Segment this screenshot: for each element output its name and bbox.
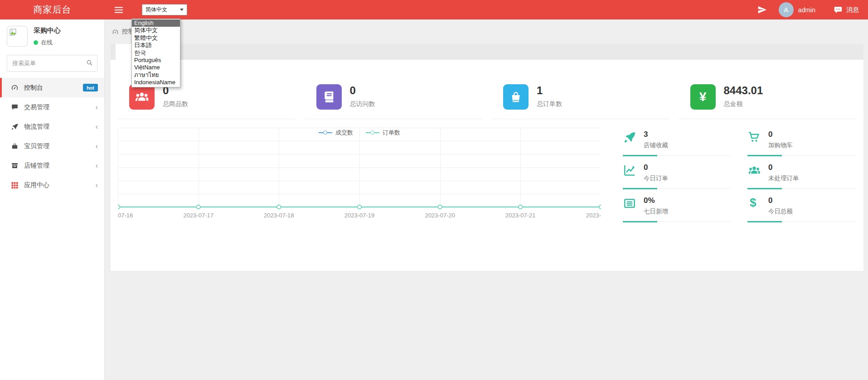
list-icon [623,197,639,210]
quick-stat-value: 0 [768,163,799,172]
chevron-left-icon: ‹ [96,162,98,169]
sidebar-menu: 控制台 hot 交易管理 ‹ 物流管理 ‹ 宝贝管理 ‹ [0,78,104,195]
sidebar-item-dashboard[interactable]: 控制台 hot [0,78,104,97]
language-option[interactable]: Português [132,57,180,64]
quick-stat-cart: 0 加购物车 [747,130,855,156]
stat-value: 1 [537,85,562,96]
chat-icon[interactable] [834,5,843,14]
quick-stat-value: 0% [644,196,668,205]
quick-stat-label: 加购物车 [768,141,793,149]
sidebar-item-label: 控制台 [24,84,43,92]
menu-toggle-icon[interactable] [115,7,124,13]
language-selected-value: 简体中文 [145,6,167,14]
sidebar-item-trade[interactable]: 交易管理 ‹ [0,97,104,117]
caret-down-icon [180,9,184,11]
yen-icon: ¥ [690,84,716,110]
search-input[interactable] [7,55,97,72]
stat-label: 总订单数 [537,100,562,108]
sidebar-item-label: 宝贝管理 [24,142,49,150]
stat-card-total-amount: ¥ 8443.01 总金额 [679,84,857,119]
dollar-icon: $ [747,197,764,208]
messages-label[interactable]: 消息 [846,6,859,14]
legend-item-orders[interactable]: 订单数 [366,129,400,137]
app-logo: 商家后台 [0,4,105,16]
quick-stat-label: 今日订单 [644,174,668,183]
stat-value: 0 [350,85,375,96]
svg-text:2023-07-17: 2023-07-17 [183,212,213,219]
quick-stat-unprocessed: 0 未处理订单 [747,163,855,189]
store-icon [11,162,19,169]
sidebar-item-label: 交易管理 [24,103,49,111]
language-option[interactable]: IndonesiaName [132,79,180,86]
grid-icon [11,181,19,189]
legend-item-deals[interactable]: 成交数 [319,129,353,137]
online-status-label: 在线 [41,38,53,47]
language-select[interactable]: 简体中文 [142,4,187,15]
quick-stat-label: 七日新增 [644,207,668,216]
sidebar: 采购中心 在线 控制台 hot 交易管理 ‹ [0,19,105,380]
stat-card-total-orders: 1 总订单数 [492,84,669,119]
line-marker-icon [319,130,332,135]
stat-label: 总商品数 [163,100,188,108]
comments-icon [11,103,19,111]
profile-avatar-broken-image-icon [7,26,28,47]
chevron-left-icon: ‹ [96,143,98,150]
tabs-bar: 控制台 [111,44,863,60]
svg-text:2023-07-19: 2023-07-19 [344,212,375,219]
quick-stat-weekly-new: 0% 七日新增 [623,196,730,222]
users-icon [747,164,764,177]
paper-plane-icon[interactable] [757,5,767,14]
header-actions: A admin 消息 [757,2,868,17]
language-option[interactable]: 繁體中文 [132,34,180,42]
svg-text:2023-07-22: 2023-07-22 [586,212,601,219]
stat-card-total-visits: 0 总访问数 [305,84,483,119]
avatar[interactable]: A [779,2,794,17]
quick-stats: 3 店铺收藏 0 加购物车 [623,130,855,224]
sidebar-item-products[interactable]: 宝贝管理 ‹ [0,136,104,156]
svg-text:2023-07-20: 2023-07-20 [425,212,455,219]
quick-stat-value: 0 [768,130,793,139]
search-icon[interactable] [86,59,93,68]
profile-section: 采购中心 在线 [0,19,104,50]
book-icon [316,84,342,110]
language-option[interactable]: 日本語 [132,42,180,49]
language-option[interactable]: 한국 [132,49,180,57]
sidebar-item-shop[interactable]: 店铺管理 ‹ [0,156,104,175]
breadcrumb: 控制台 [105,19,868,44]
chevron-left-icon: ‹ [96,104,98,111]
sidebar-item-logistics[interactable]: 物流管理 ‹ [0,117,104,136]
language-option[interactable]: 简体中文 [132,27,180,34]
sidebar-item-apps[interactable]: 应用中心 ‹ [0,175,104,195]
stat-card-total-products: 0 总商品数 [118,84,296,119]
orders-chart: 成交数 订单数 2023-07-162023-07-172023-07-1820… [118,128,601,224]
language-option[interactable]: ViệtName [132,64,180,71]
sidebar-item-label: 物流管理 [24,123,49,131]
shopping-bag-icon [503,84,529,110]
chevron-left-icon: ‹ [96,123,98,130]
line-marker-icon [366,130,379,135]
quick-stat-label: 未处理订单 [768,174,799,183]
language-option[interactable]: English [132,19,180,27]
dashboard-panel: 控制台 0 总商品数 [111,44,863,271]
quick-stat-favorites: 3 店铺收藏 [623,130,730,156]
language-option[interactable]: ภาษาไทย [132,72,180,79]
top-header: 商家后台 简体中文 A admin 消息 [0,0,868,19]
svg-text:2023-07-21: 2023-07-21 [505,212,536,219]
chart-legend: 成交数 订单数 [118,129,601,137]
chart-line-icon [623,164,639,177]
quick-stat-label: 今日总额 [768,207,793,216]
dashboard-icon [11,84,19,91]
sidebar-item-label: 应用中心 [24,181,49,189]
orders-chart-svg: 2023-07-162023-07-172023-07-182023-07-19… [118,128,601,224]
quick-stat-today-amount: $ 0 今日总额 [747,196,855,222]
stat-label: 总访问数 [350,100,375,108]
svg-text:2023-07-18: 2023-07-18 [264,212,294,219]
legend-label: 订单数 [383,129,400,137]
legend-label: 成交数 [335,129,353,137]
stat-value: 8443.01 [724,85,763,96]
quick-stat-value: 3 [644,130,668,139]
users-icon [129,84,155,110]
admin-username[interactable]: admin [798,6,815,14]
sidebar-item-label: 店铺管理 [24,162,49,170]
quick-stat-value: 0 [644,163,668,172]
